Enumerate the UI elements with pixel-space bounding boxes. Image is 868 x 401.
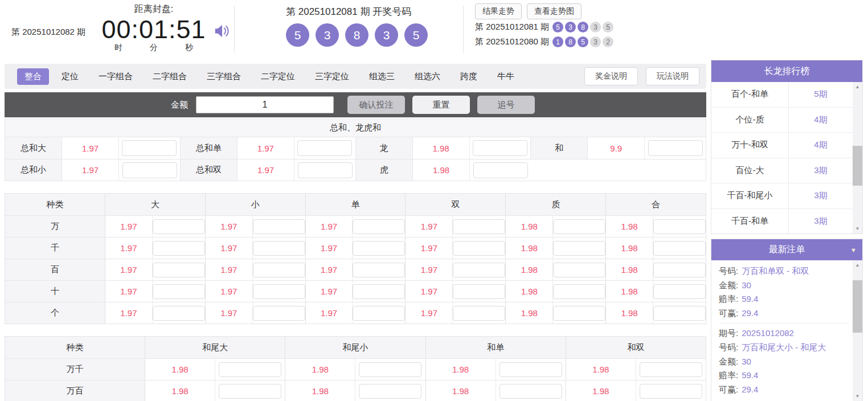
odds-cell: 1.98 (605, 216, 706, 237)
draw-ball: 3 (316, 23, 339, 47)
bet-amount-input[interactable] (253, 306, 305, 321)
bet-amount-input[interactable] (473, 140, 527, 156)
play-tab[interactable]: 三字定位 (308, 68, 357, 85)
speaker-icon[interactable] (214, 22, 231, 42)
chase-number-button[interactable]: 追号 (477, 96, 535, 114)
info-button[interactable]: 玩法说明 (646, 67, 699, 85)
collapse-icon[interactable]: ▼ (850, 247, 857, 253)
play-tab[interactable]: 定位 (54, 68, 86, 85)
play-tab[interactable]: 组选六 (407, 68, 448, 85)
bet-amount-input[interactable] (122, 140, 177, 156)
bet-amount-input[interactable] (553, 306, 605, 321)
bet-amount-input[interactable] (453, 284, 505, 299)
dragon-row[interactable]: 千百-和单 3期 (711, 209, 853, 234)
play-tab[interactable]: 整合 (17, 68, 49, 85)
bet-amount-input[interactable] (253, 263, 305, 277)
bet-amount-input[interactable] (553, 219, 605, 234)
play-tab[interactable]: 牛牛 (490, 68, 522, 85)
bet-amount-input[interactable] (453, 263, 505, 277)
confirm-bet-button[interactable]: 确认投注 (347, 96, 405, 114)
bet-amount-input[interactable] (453, 306, 505, 321)
scrollbar[interactable]: ▲ ▼ (853, 82, 862, 234)
bet-amount-input[interactable] (553, 241, 605, 256)
bet-amount-input[interactable] (353, 241, 405, 256)
bet-amount-input[interactable] (653, 284, 706, 299)
odds-value: 1.98 (506, 281, 552, 302)
scrollbar-thumb[interactable] (853, 280, 862, 333)
scrollbar-track[interactable] (853, 270, 862, 391)
play-tab[interactable]: 一字组合 (91, 68, 140, 85)
bet-amount-input[interactable] (353, 284, 405, 299)
scroll-up-icon[interactable]: ▲ (853, 260, 862, 270)
dragon-row[interactable]: 个位-质 4期 (711, 108, 853, 133)
bet-amount-input[interactable] (219, 362, 281, 377)
bet-amount-input[interactable] (153, 219, 205, 234)
trend-buttons: 结果走势查看走势图 (475, 3, 613, 19)
bet-amount-input[interactable] (353, 263, 405, 277)
play-tab[interactable]: 跨度 (453, 68, 485, 85)
bet-amount-input[interactable] (153, 241, 205, 256)
bet-input-cell (552, 216, 605, 237)
bet-amount-input[interactable] (653, 241, 706, 256)
scroll-up-icon[interactable]: ▲ (853, 82, 862, 92)
play-tab[interactable]: 组选三 (362, 68, 402, 85)
dragon-list: 百个-和单 5期 个位-质 4期 万十-和双 4期 百位-大 3期 千百 (711, 82, 853, 234)
sum-rows: 总和大 1.97 总和单 1.97 (5, 137, 706, 181)
play-tab[interactable]: 三字组合 (199, 68, 248, 85)
play-tab[interactable]: 二字组合 (145, 68, 194, 85)
bet-amount-input[interactable] (653, 306, 706, 321)
bet-amount-input[interactable] (640, 362, 702, 377)
trend-button[interactable]: 结果走势 (475, 3, 522, 19)
bet-amount-input[interactable] (359, 384, 421, 399)
bet-input-cell (294, 159, 355, 181)
dragon-row[interactable]: 万十-和双 4期 (711, 133, 853, 158)
bet-amount-input[interactable] (499, 384, 562, 399)
scroll-down-icon[interactable]: ▼ (853, 391, 862, 401)
bet-amount-input[interactable] (653, 263, 706, 277)
order-field: 号码: 万百和尾大小 - 和尾大 (719, 341, 849, 355)
dragon-row[interactable]: 百个-和单 5期 (711, 82, 853, 108)
history-balls: 53835 (552, 22, 613, 32)
bet-input-cell (119, 159, 180, 181)
scrollbar-track[interactable] (853, 92, 862, 224)
bet-amount-input[interactable] (499, 362, 562, 377)
bet-amount-input[interactable] (553, 263, 605, 277)
dragon-row[interactable]: 千百-和尾小 3期 (711, 183, 853, 209)
bet-amount-input[interactable] (553, 284, 605, 299)
scroll-down-icon[interactable]: ▼ (853, 224, 862, 234)
trend-button[interactable]: 查看走势图 (527, 3, 582, 19)
bet-amount-input[interactable] (219, 384, 281, 399)
bet-amount-input[interactable] (297, 140, 352, 156)
bet-amount-input[interactable] (353, 306, 405, 321)
bet-amount-input[interactable] (453, 219, 505, 234)
bet-amount-input[interactable] (640, 384, 702, 399)
bet-amount-input[interactable] (153, 284, 205, 299)
dragon-row[interactable]: 百位-大 3期 (711, 158, 853, 184)
amount-input[interactable] (196, 96, 334, 113)
scrollbar-thumb[interactable] (853, 146, 862, 186)
bet-amount-input[interactable] (253, 241, 305, 256)
bet-amount-input[interactable] (122, 162, 177, 178)
reset-button[interactable]: 重置 (412, 96, 470, 114)
odds-cell: 1.97 (105, 281, 205, 302)
bet-input-cell (294, 137, 355, 159)
header: 第 20251012082 期 距离封盘: 00:01:51 (5, 0, 706, 60)
bet-amount-input[interactable] (253, 284, 305, 299)
info-button[interactable]: 奖金说明 (584, 67, 638, 85)
bet-amount-input[interactable] (298, 162, 353, 178)
bet-option-group: 龙 1.98 (355, 137, 531, 159)
bet-amount-input[interactable] (653, 219, 706, 234)
order-field-value: 30 (742, 355, 751, 369)
sum-row: 总和小 1.97 总和双 1.97 (5, 159, 706, 181)
bet-amount-input[interactable] (473, 162, 528, 178)
bet-amount-input[interactable] (453, 241, 505, 256)
bet-amount-input[interactable] (153, 263, 205, 277)
bet-amount-input[interactable] (253, 219, 305, 234)
draw-result-block: 第 20251012081 期 开奖号码 53835 (286, 5, 428, 47)
bet-amount-input[interactable] (359, 362, 421, 377)
scrollbar[interactable]: ▲ ▼ (853, 260, 862, 401)
bet-amount-input[interactable] (153, 306, 205, 321)
bet-amount-input[interactable] (353, 219, 405, 234)
play-tab[interactable]: 二字定位 (253, 68, 302, 85)
bet-amount-input[interactable] (648, 140, 703, 156)
